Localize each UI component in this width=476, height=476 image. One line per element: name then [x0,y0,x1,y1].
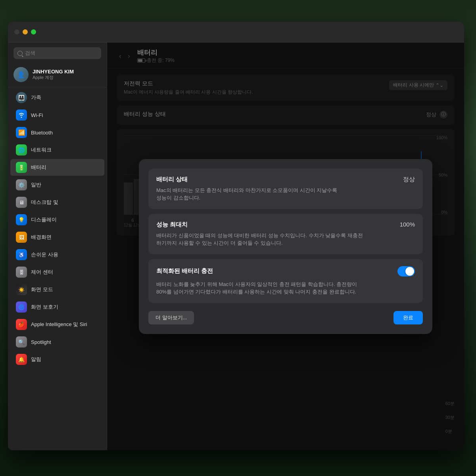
toggle-knob [405,267,414,276]
optimized-charging-row: 최적화된 배터리 충전 [156,266,415,276]
screenmode-icon: ☀️ [16,284,27,295]
performance-header: 성능 최대치 100% [156,221,415,228]
sidebar-item-network[interactable]: 🌐 네트워크 [10,142,104,158]
sidebar-item-control[interactable]: 🎛 제어 센터 [10,264,104,280]
user-subtitle: Apple 계정 [33,75,74,81]
main-layout: 검색 👤 JINHYEONG KIM Apple 계정 👨‍👩‍👧 가족 [8,42,464,450]
performance-title: 성능 최대치 [156,221,188,228]
battery-sidebar-icon: 🔋 [16,162,27,173]
sidebar-item-label: 디스플레이 [31,216,57,223]
sidebar-item-spotlight[interactable]: 🔍 Spotlight [10,334,104,350]
titlebar [8,22,464,42]
sidebar-item-label: 알림 [31,356,41,363]
siri-icon: 🍎 [16,319,27,330]
screensaver-icon: 🌀 [16,301,27,313]
sidebar-item-label: Apple Intelligence 및 Siri [31,321,87,328]
sidebar-item-label: Spotlight [31,339,51,345]
sidebar-item-label: 일반 [31,181,41,188]
sidebar-item-label: 화면 모드 [31,286,53,293]
battery-status-section: 배터리 상태 정상 Mac의 배터리는 모든 충전식 배터리와 마찬가지로 소모… [148,169,423,209]
spotlight-icon: 🔍 [16,336,27,347]
network-icon: 🌐 [16,144,27,155]
learn-more-button[interactable]: 더 알아보기... [148,311,194,324]
control-icon: 🎛 [16,267,27,278]
performance-value: 100% [400,221,415,228]
notifications-icon: 🔔 [16,354,27,365]
traffic-lights [14,29,36,35]
general-icon: ⚙️ [16,179,27,190]
content-area: ‹ › 배터리 충전 중: 79% [107,42,464,450]
sidebar-item-desktop[interactable]: 🖥 데스크탑 및 [10,194,104,211]
sidebar-item-battery[interactable]: 🔋 배터리 [10,159,104,176]
sidebar-item-wallpaper[interactable]: 🖼 배경화면 [10,229,104,246]
bluetooth-icon: 📶 [16,127,27,138]
battery-status-value: 정상 [403,176,415,183]
family-label: 가족 [31,94,41,101]
sidebar-item-bluetooth[interactable]: 📶 Bluetooth [10,124,104,141]
sidebar-item-family[interactable]: 👨‍👩‍👧 가족 [10,89,104,106]
desktop-icon: 🖥 [16,197,27,208]
battery-status-header: 배터리 상태 정상 [156,176,415,183]
sidebar-item-general[interactable]: ⚙️ 일반 [10,177,104,193]
avatar: 👤 [13,67,29,82]
sidebar: 검색 👤 JINHYEONG KIM Apple 계정 👨‍👩‍👧 가족 [8,42,107,450]
battery-modal: 배터리 상태 정상 Mac의 배터리는 모든 충전식 배터리와 마찬가지로 소모… [139,159,432,334]
sidebar-item-label: 배터리 [31,164,46,171]
sidebar-item-label: 제어 센터 [31,269,53,276]
search-bar[interactable]: 검색 [13,47,101,59]
sidebar-item-label: 배경화면 [31,234,52,241]
optimized-charging-toggle[interactable] [397,266,415,276]
sidebar-item-siri[interactable]: 🍎 Apple Intelligence 및 Siri [10,316,104,333]
optimized-charging-left: 최적화된 배터리 충전 [156,267,213,275]
search-placeholder: 검색 [25,50,35,57]
display-icon: 💡 [16,214,27,225]
wallpaper-icon: 🖼 [16,232,27,243]
maximize-button[interactable] [31,29,36,35]
sidebar-item-label: Bluetooth [31,130,53,136]
accessibility-icon: ♿ [16,249,27,260]
sidebar-item-display[interactable]: 💡 디스플레이 [10,211,104,228]
sidebar-item-label: 데스크탑 및 [31,199,58,206]
user-info: JINHYEONG KIM Apple 계정 [33,69,74,81]
done-button[interactable]: 완료 [393,311,423,324]
sidebar-item-screenmode[interactable]: ☀️ 화면 모드 [10,281,104,298]
family-icon: 👨‍👩‍👧 [16,92,27,103]
modal-overlay: 배터리 상태 정상 Mac의 배터리는 모든 충전식 배터리와 마찬가지로 소모… [107,42,464,450]
sidebar-item-label: Wi-Fi [31,112,43,118]
performance-section: 성능 최대치 100% 배터리가 신품이었을 때의 성능에 대비한 배터리 성능… [148,214,423,254]
sidebar-item-screensaver[interactable]: 🌀 화면 보호기 [10,299,104,315]
user-section[interactable]: 👤 JINHYEONG KIM Apple 계정 [8,62,107,87]
user-name: JINHYEONG KIM [33,69,74,75]
search-icon [17,51,23,56]
sidebar-item-accessibility[interactable]: ♿ 손쉬운 사용 [10,246,104,263]
modal-footer: 더 알아보기... 완료 [148,311,423,324]
sidebar-item-label: 화면 보호기 [31,303,58,311]
optimized-charging-desc: 배터리 노화를 늦추기 위해 Mac이 사용자의 일상적인 충전 패턴을 학습합… [156,280,415,296]
performance-desc: 배터리가 신품이었을 때의 성능에 대비한 배터리 성능 수치입니다. 수치가 … [156,232,415,247]
battery-status-title: 배터리 상태 [156,176,188,183]
close-button[interactable] [14,29,19,35]
window: 검색 👤 JINHYEONG KIM Apple 계정 👨‍👩‍👧 가족 [8,22,464,450]
sidebar-item-label: 손쉬운 사용 [31,251,58,258]
sidebar-item-label: 네트워크 [31,146,52,154]
optimized-charging-section: 최적화된 배터리 충전 배터리 노화를 늦추기 위해 Mac이 사용자의 일상적… [148,259,423,303]
wifi-icon [16,109,27,121]
minimize-button[interactable] [23,29,28,35]
optimized-charging-title: 최적화된 배터리 충전 [156,267,213,275]
battery-status-desc: Mac의 배터리는 모든 충전식 배터리와 마찬가지로 소모품이며 시간이 지날… [156,186,415,202]
sidebar-item-wifi[interactable]: Wi-Fi [10,107,104,123]
sidebar-item-notifications[interactable]: 🔔 알림 [10,351,104,368]
